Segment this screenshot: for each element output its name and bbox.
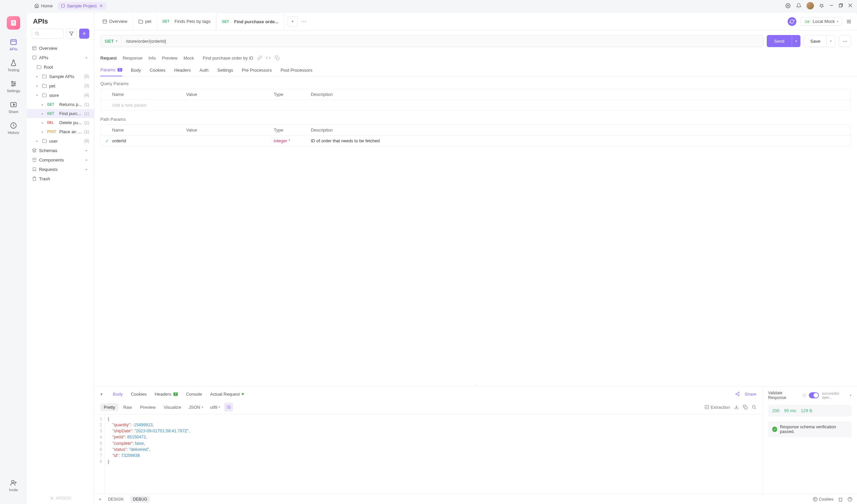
- tree-store-item-0[interactable]: ▸ GET Returns p... (1): [27, 100, 94, 109]
- tree-components[interactable]: Components ▸: [27, 155, 94, 164]
- wrap-button[interactable]: [224, 403, 233, 412]
- avatar[interactable]: [806, 2, 814, 10]
- tree-user[interactable]: ▸ user (8): [27, 136, 94, 146]
- tab-find-order[interactable]: GET Find purchase orde...: [216, 13, 284, 30]
- reqtab-pre[interactable]: Pre Processors: [242, 64, 272, 76]
- reqtab-post[interactable]: Post Processors: [281, 64, 313, 76]
- close-window-icon[interactable]: [848, 3, 853, 8]
- resp-tab-headers[interactable]: Headers 7: [155, 392, 178, 397]
- format-select[interactable]: JSON▾: [186, 403, 206, 411]
- refresh-button[interactable]: [788, 17, 796, 26]
- tab-overview[interactable]: Overview: [97, 13, 133, 30]
- tree-root[interactable]: Root: [27, 62, 94, 72]
- add-param-row[interactable]: Add a new param: [101, 100, 851, 110]
- save-button[interactable]: Save ▾: [804, 35, 836, 47]
- tree-store-item-3[interactable]: ▸ POST Place an o... (1): [27, 127, 94, 136]
- tree-schemas[interactable]: Schemas ▸: [27, 146, 94, 155]
- download-button[interactable]: [734, 405, 739, 410]
- tree-pet[interactable]: ▸ pet (3): [27, 81, 94, 90]
- collapse-left-icon[interactable]: «: [99, 497, 101, 502]
- tab-pet[interactable]: pet: [133, 13, 157, 30]
- tree-requests[interactable]: Requests ▸: [27, 164, 94, 174]
- nav-history[interactable]: History: [3, 119, 23, 137]
- reqtab-settings[interactable]: Settings: [217, 64, 233, 76]
- copy-icon[interactable]: [275, 55, 280, 60]
- gear-icon[interactable]: [785, 3, 791, 9]
- nav-share[interactable]: Share: [3, 98, 23, 117]
- footer-help[interactable]: [847, 497, 852, 502]
- nav-invite[interactable]: Invite: [3, 476, 23, 494]
- reqtab-cookies[interactable]: Cookies: [150, 64, 165, 76]
- view-pretty[interactable]: Pretty: [100, 403, 119, 411]
- nav-testing[interactable]: Testing: [3, 56, 23, 75]
- extraction-button[interactable]: Extraction: [704, 405, 730, 410]
- resp-tab-cookies[interactable]: Cookies: [131, 392, 147, 397]
- more-button[interactable]: ⋯: [839, 35, 851, 47]
- url-input[interactable]: [122, 39, 763, 44]
- tab-project[interactable]: Sample Project ✕: [57, 2, 106, 10]
- splitter[interactable]: ⋯: [94, 383, 857, 386]
- close-icon[interactable]: ✕: [99, 3, 103, 8]
- reqtab-params[interactable]: Params 1: [100, 64, 122, 76]
- add-tab-button[interactable]: +: [288, 17, 298, 27]
- filter-button[interactable]: [66, 29, 77, 39]
- more-tabs-icon[interactable]: ⋯: [301, 18, 306, 24]
- search-input[interactable]: [32, 29, 64, 39]
- footer-debug[interactable]: DEBUG: [130, 496, 150, 503]
- tree-sample-apis[interactable]: ▸ Sample APIs (5): [27, 72, 94, 81]
- send-button[interactable]: Send ▾: [767, 35, 801, 47]
- pin-icon[interactable]: [819, 3, 825, 9]
- copy-button[interactable]: [743, 405, 747, 410]
- subtab-preview[interactable]: Preview: [162, 55, 178, 60]
- svg-point-15: [12, 82, 13, 83]
- minimize-icon[interactable]: [829, 3, 834, 8]
- tree-store-item-1[interactable]: ▸ GET Find purc... (1): [27, 109, 94, 118]
- view-raw[interactable]: Raw: [120, 403, 135, 411]
- tab-home[interactable]: Home: [31, 2, 56, 10]
- help-icon[interactable]: [803, 393, 806, 397]
- footer-cookies[interactable]: Cookies: [813, 497, 834, 502]
- reqtab-auth[interactable]: Auth: [200, 64, 209, 76]
- maximize-icon[interactable]: [839, 3, 843, 8]
- encoding-select[interactable]: utf8▾: [207, 403, 223, 411]
- method-select[interactable]: GET ▾: [101, 35, 122, 47]
- subtab-response[interactable]: Response: [122, 55, 142, 60]
- tree-trash[interactable]: Trash: [27, 174, 94, 184]
- reqtab-headers[interactable]: Headers: [174, 64, 190, 76]
- view-preview[interactable]: Preview: [137, 403, 159, 411]
- subtab-mock[interactable]: Mock: [184, 55, 194, 60]
- nav-settings[interactable]: Settings: [3, 77, 23, 95]
- add-button[interactable]: +: [79, 29, 89, 39]
- subtab-info[interactable]: Info: [149, 55, 156, 60]
- hamburger-icon[interactable]: [846, 19, 852, 24]
- chevron-down-icon[interactable]: ▾: [826, 35, 835, 47]
- resp-tab-actual[interactable]: Actual Request: [210, 392, 244, 397]
- path-param-row[interactable]: ✓ orderId integer* ID of order that need…: [101, 136, 851, 146]
- share-button[interactable]: Share: [744, 392, 756, 397]
- nav-apis[interactable]: APIs: [3, 36, 23, 54]
- collapse-icon[interactable]: ▾: [100, 392, 103, 397]
- tab-finds[interactable]: GET Finds Pets by tags: [157, 13, 216, 30]
- code-icon[interactable]: [266, 55, 271, 60]
- footer-trash[interactable]: [838, 497, 843, 502]
- search-response-button[interactable]: [752, 405, 756, 410]
- footer-design[interactable]: DESIGN: [105, 496, 126, 503]
- resp-tab-body[interactable]: Body: [113, 392, 123, 397]
- environment-select[interactable]: Lo Local Mock ▾: [801, 17, 842, 25]
- response-body[interactable]: 12345678 { "quantity": -15499913, "shipD…: [94, 415, 762, 494]
- tree-apis[interactable]: APIs ▸: [27, 53, 94, 62]
- resp-tab-console[interactable]: Console: [186, 392, 202, 397]
- reqtab-body[interactable]: Body: [131, 64, 141, 76]
- tree-store[interactable]: ▾ store (4): [27, 90, 94, 100]
- link-icon[interactable]: [257, 55, 262, 60]
- bell-icon[interactable]: [796, 3, 802, 9]
- tree-store-item-2[interactable]: ▸ DEL Delete pu... (1): [27, 118, 94, 127]
- tree-overview[interactable]: Overview: [27, 44, 94, 53]
- subtab-request[interactable]: Request: [100, 55, 117, 60]
- view-visualize[interactable]: Visualize: [160, 403, 185, 411]
- chevron-down-icon[interactable]: ▾: [792, 35, 801, 47]
- param-name[interactable]: orderId: [112, 138, 186, 143]
- validate-toggle[interactable]: [809, 392, 819, 398]
- validate-schema-select[interactable]: successful oper... ▾: [822, 391, 852, 399]
- refresh-icon: [790, 19, 794, 24]
